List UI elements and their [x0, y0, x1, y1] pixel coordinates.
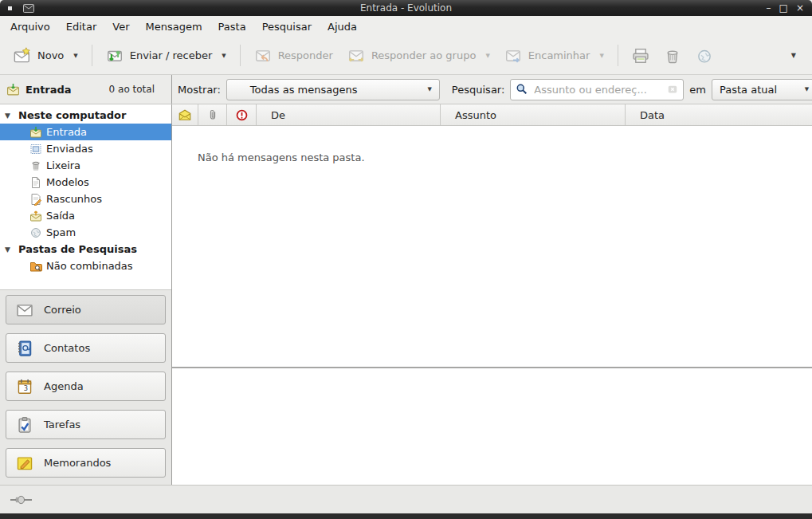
show-filter-dropdown[interactable]: Todas as mensagens ▼	[226, 79, 440, 100]
window-title: Entrada - Evolution	[0, 2, 812, 14]
folder-label: Lixeira	[46, 159, 80, 171]
sidebar: ▼ Neste computador Entrada Enviadas	[0, 104, 172, 485]
new-button-label: Novo	[37, 49, 64, 61]
sidebar-item-spam[interactable]: Spam	[0, 224, 171, 241]
forward-dropdown-icon: ▼	[599, 53, 603, 59]
trash-icon	[29, 159, 42, 172]
column-label: De	[271, 109, 285, 121]
inbox-icon	[29, 125, 42, 139]
folder-tree: ▼ Neste computador Entrada Enviadas	[0, 104, 171, 289]
column-from[interactable]: De	[257, 104, 441, 125]
attachment-icon	[206, 108, 219, 121]
online-status-toggle[interactable]	[10, 493, 33, 506]
infobar: Entrada 0 ao total Mostrar: Todas as men…	[0, 75, 812, 104]
search-icon	[516, 83, 528, 96]
sidebar-item-saida[interactable]: Saída	[0, 207, 171, 224]
forward-label: Encaminhar	[528, 49, 590, 61]
sidebar-item-modelos[interactable]: Modelos	[0, 174, 171, 191]
sidebar-item-rascunhos[interactable]: Rascunhos	[0, 191, 171, 207]
switcher-mail-button[interactable]: Correio	[6, 295, 166, 324]
reply-group-dropdown-icon: ▼	[485, 53, 489, 59]
new-message-icon	[14, 47, 31, 65]
outbox-icon	[29, 209, 42, 222]
reply-group-button[interactable]: Responder ao grupo ▼	[340, 41, 497, 70]
tree-group-this-computer[interactable]: ▼ Neste computador	[0, 107, 171, 124]
expander-icon[interactable]: ▼	[5, 112, 13, 120]
folder-label: Modelos	[46, 176, 89, 188]
memos-icon	[16, 454, 33, 472]
column-label: Data	[640, 109, 665, 121]
search-input[interactable]	[532, 83, 663, 96]
reply-icon	[254, 47, 272, 65]
folder-label: Enviadas	[46, 143, 93, 155]
send-receive-button[interactable]: Enviar / receber ▼	[99, 41, 233, 70]
search-bar: Mostrar: Todas as mensagens ▼ Pesquisar:…	[172, 75, 812, 104]
menu-ajuda[interactable]: Ajuda	[320, 18, 365, 36]
menu-arquivo[interactable]: Arquivo	[2, 18, 58, 36]
search-field	[510, 79, 684, 100]
folder-total-count: 0 ao total	[109, 84, 155, 95]
forward-button[interactable]: Encaminhar ▼	[497, 41, 611, 70]
toolbar-overflow-button[interactable]: ▼	[787, 47, 801, 64]
sidebar-item-lixeira[interactable]: Lixeira	[0, 157, 171, 174]
reply-group-label: Responder ao grupo	[371, 49, 477, 61]
folder-label: Não combinadas	[46, 260, 133, 272]
menu-pasta[interactable]: Pasta	[210, 18, 254, 36]
minimize-button[interactable]: –	[767, 3, 771, 13]
column-attachment[interactable]	[198, 104, 227, 125]
switcher-label: Contatos	[44, 342, 90, 354]
menu-pesquisar[interactable]: Pesquisar	[254, 18, 320, 36]
expander-icon[interactable]: ▼	[5, 246, 13, 254]
folder-label: Entrada	[46, 126, 87, 138]
switcher-tasks-button[interactable]: Tarefas	[6, 410, 166, 439]
column-priority[interactable]	[227, 104, 257, 125]
contacts-icon	[16, 340, 33, 357]
junk-button[interactable]	[688, 41, 720, 70]
in-label: em	[689, 84, 706, 96]
sent-icon	[29, 142, 42, 155]
preview-pane	[172, 368, 812, 485]
column-read-status[interactable]	[172, 104, 198, 125]
menu-editar[interactable]: Editar	[58, 18, 105, 36]
titlebar: Entrada - Evolution – □ ×	[0, 0, 812, 16]
switcher-label: Correio	[44, 304, 81, 316]
reply-button[interactable]: Responder	[247, 41, 340, 70]
forward-icon	[504, 47, 522, 65]
switcher-label: Tarefas	[44, 419, 80, 431]
new-button[interactable]: Novo ▼	[6, 41, 85, 70]
search-scope-dropdown[interactable]: Pasta atual ▼	[712, 79, 812, 100]
empty-folder-message: Não há mensagens nesta pasta.	[172, 126, 812, 163]
show-label: Mostrar:	[178, 84, 221, 96]
sidebar-item-entrada[interactable]: Entrada	[0, 124, 171, 140]
menu-ver[interactable]: Ver	[104, 18, 137, 36]
clear-search-icon[interactable]	[667, 84, 678, 95]
folder-header: Entrada 0 ao total	[0, 75, 172, 104]
delete-button[interactable]	[657, 41, 688, 70]
menu-mensagem[interactable]: Mensagem	[138, 18, 210, 36]
column-subject[interactable]: Assunto	[441, 104, 626, 125]
print-button[interactable]	[625, 41, 657, 70]
toolbar-separator	[618, 45, 618, 66]
message-list[interactable]: Não há mensagens nesta pasta.	[172, 126, 812, 367]
column-date[interactable]: Data	[626, 104, 812, 125]
reply-label: Responder	[278, 49, 333, 61]
folder-label: Rascunhos	[46, 193, 102, 205]
switcher-contacts-button[interactable]: Contatos	[6, 333, 166, 363]
template-document-icon	[29, 175, 42, 189]
sidebar-item-nao-combinadas[interactable]: Não combinadas	[0, 258, 171, 274]
search-scope-value: Pasta atual	[720, 84, 777, 96]
switcher-calendar-button[interactable]: 3 Agenda	[6, 372, 166, 401]
close-button[interactable]: ×	[796, 3, 804, 13]
tasks-icon	[16, 416, 33, 434]
column-label: Assunto	[455, 109, 496, 121]
junk-icon	[29, 226, 42, 239]
tree-group-search-folders[interactable]: ▼ Pastas de Pesquisas	[0, 241, 171, 258]
switcher-label: Memorandos	[44, 457, 111, 469]
maximize-button[interactable]: □	[779, 3, 788, 13]
chevron-down-icon: ▼	[427, 86, 431, 92]
sidebar-item-enviadas[interactable]: Enviadas	[0, 140, 171, 157]
menubar: Arquivo Editar Ver Mensagem Pasta Pesqui…	[0, 16, 812, 37]
switcher-memos-button[interactable]: Memorandos	[6, 448, 166, 478]
drafts-icon	[29, 192, 42, 206]
folder-label: Spam	[46, 226, 76, 238]
